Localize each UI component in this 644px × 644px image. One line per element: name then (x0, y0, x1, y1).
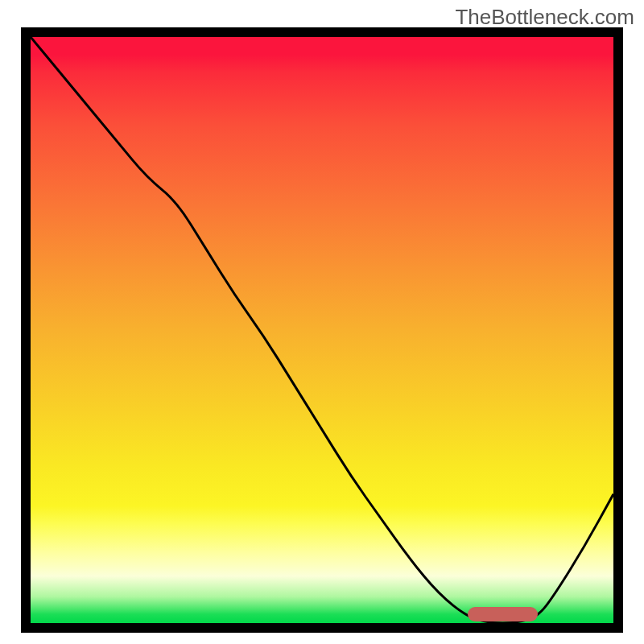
plot-frame (21, 27, 623, 633)
watermark-text: TheBottleneck.com (455, 5, 634, 30)
curve-path (31, 37, 613, 623)
root: TheBottleneck.com (0, 0, 644, 644)
plot-area (31, 37, 613, 623)
optimal-range-marker (468, 607, 538, 621)
bottleneck-curve (31, 37, 613, 623)
